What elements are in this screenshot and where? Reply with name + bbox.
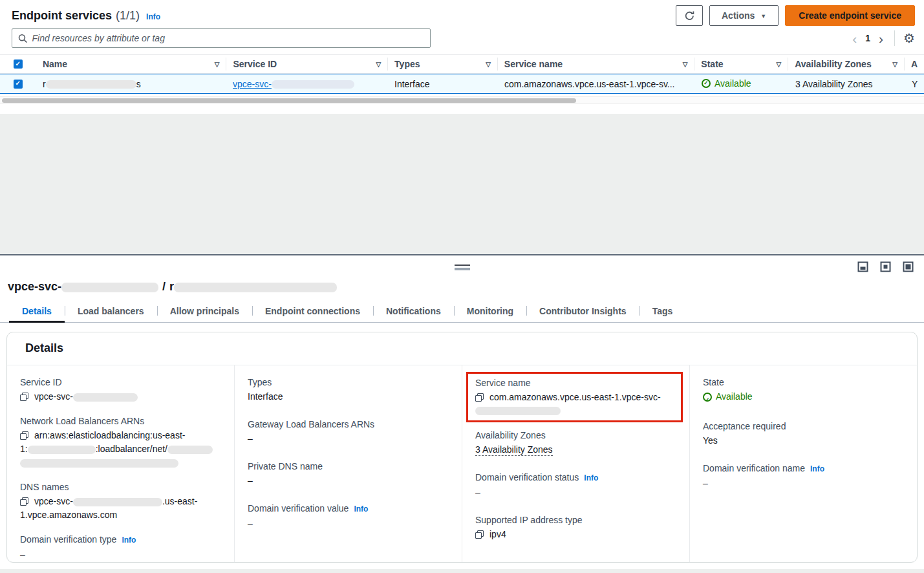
previous-page-icon[interactable]: ‹ [852, 32, 857, 45]
actions-button[interactable]: Actions ▼ [709, 5, 779, 26]
panel-position-side-icon[interactable] [880, 261, 891, 272]
redacted-text [174, 283, 337, 292]
select-all-checkbox[interactable] [14, 59, 23, 69]
resource-count: (1/1) [116, 9, 140, 23]
chevron-down-icon: ▼ [760, 13, 766, 19]
copy-icon[interactable] [20, 431, 28, 440]
column-header-types[interactable]: Types ▽ [387, 58, 497, 70]
column-header-service-id[interactable]: Service ID ▽ [226, 58, 387, 70]
tab-endpoint-connections[interactable]: Endpoint connections [252, 301, 373, 322]
cell-types: Interface [388, 79, 498, 89]
tab-load-balancers[interactable]: Load balancers [65, 301, 157, 322]
tab-monitoring[interactable]: Monitoring [454, 301, 526, 322]
field-supported-ip: Supported IP address type ipv4 [475, 514, 676, 541]
search-row: ‹ 1 › ⚙ [0, 28, 924, 48]
tab-tags[interactable]: Tags [639, 301, 686, 322]
cell-acceptance: Y [905, 79, 924, 89]
horizontal-scrollbar[interactable] [0, 96, 924, 104]
info-link[interactable]: Info [810, 464, 824, 473]
copy-icon[interactable] [20, 393, 28, 401]
split-panel: vpce-svc-/r Details Load balancers Allow… [0, 254, 924, 569]
panel-position-bottom-icon[interactable] [857, 261, 868, 272]
next-page-icon[interactable]: › [879, 32, 883, 45]
success-check-icon [702, 79, 711, 88]
table-header-row: Name ▽ Service ID ▽ Types ▽ Service name… [0, 54, 924, 74]
tab-details[interactable]: Details [9, 301, 65, 322]
field-types: Types Interface [248, 376, 449, 404]
redacted-text [167, 446, 213, 454]
filter-icon[interactable]: ▽ [776, 61, 781, 68]
service-id-link[interactable]: vpce-svc- [233, 79, 354, 89]
field-private-dns-name: Private DNS name – [248, 460, 449, 488]
endpoint-services-table: Name ▽ Service ID ▽ Types ▽ Service name… [0, 54, 924, 104]
redacted-text [73, 393, 138, 402]
column-header-state[interactable]: State ▽ [694, 58, 788, 70]
filter-icon[interactable]: ▽ [892, 61, 897, 68]
filter-icon[interactable]: ▽ [683, 61, 688, 68]
row-checkbox[interactable] [14, 80, 23, 89]
cell-name: rs [36, 79, 226, 89]
column-header-availability-zones[interactable]: Availability Zones ▽ [788, 58, 904, 70]
redacted-text [28, 446, 96, 454]
panel-fullscreen-icon[interactable] [903, 261, 914, 272]
redacted-text [73, 498, 162, 506]
details-column-1: Service ID vpce-svc- Network Load Balanc… [7, 365, 234, 563]
cell-service-id: vpce-svc- [226, 79, 388, 89]
filter-icon[interactable]: ▽ [215, 61, 220, 68]
info-link[interactable]: Info [584, 473, 598, 482]
details-card-title: Details [7, 332, 917, 365]
field-domain-verification-name: Domain verification nameInfo – [703, 462, 904, 490]
details-column-2: Types Interface Gateway Load Balancers A… [234, 365, 462, 563]
page-title: Endpoint services [12, 9, 112, 23]
info-link[interactable]: Info [354, 504, 368, 514]
filter-icon[interactable]: ▽ [376, 61, 381, 68]
search-input[interactable] [32, 33, 424, 43]
redacted-text [20, 459, 178, 468]
create-endpoint-service-button[interactable]: Create endpoint service [785, 5, 915, 26]
field-nlb-arns: Network Load Balancers ARNs arn:aws:elas… [20, 415, 221, 470]
panel-tabs: Details Load balancers Allow principals … [0, 301, 924, 323]
field-domain-verification-status: Domain verification statusInfo – [475, 471, 676, 499]
info-link[interactable]: Info [146, 12, 160, 21]
success-check-icon [703, 393, 712, 402]
copy-icon[interactable] [475, 393, 484, 402]
details-columns: Service ID vpce-svc- Network Load Balanc… [7, 365, 917, 563]
table-row[interactable]: rs vpce-svc- Interface com.amazonaws.vpc… [0, 74, 924, 94]
search-icon [18, 34, 27, 43]
pagination: ‹ 1 › ⚙ [852, 30, 915, 46]
filter-icon[interactable]: ▽ [486, 61, 491, 68]
row-select-cell [0, 80, 36, 89]
availability-zones-link[interactable]: 3 Availability Zones [795, 79, 873, 89]
column-header-name[interactable]: Name ▽ [36, 58, 226, 70]
panel-title: vpce-svc-/r [0, 255, 924, 294]
scrollbar-thumb[interactable] [2, 98, 576, 103]
availability-zones-link[interactable]: 3 Availability Zones [475, 444, 553, 456]
refresh-button[interactable] [676, 5, 703, 26]
actions-label: Actions [722, 10, 755, 21]
gear-icon[interactable]: ⚙ [903, 32, 915, 45]
field-dns-names: DNS names vpce-svc-.us-east- 1.vpce.amaz… [20, 481, 221, 522]
tab-contributor-insights[interactable]: Contributor Insights [526, 301, 639, 322]
redacted-text [272, 80, 354, 89]
split-panel-drag-handle[interactable] [455, 265, 470, 270]
list-header: Endpoint services (1/1) Info Actions ▼ C… [0, 0, 924, 28]
info-link[interactable]: Info [122, 535, 136, 545]
copy-icon[interactable] [20, 497, 28, 506]
search-box[interactable] [12, 28, 431, 48]
field-availability-zones: Availability Zones 3 Availability Zones [475, 429, 676, 457]
current-page[interactable]: 1 [865, 33, 870, 43]
cell-availability-zones: 3 Availability Zones [789, 79, 905, 89]
copy-icon[interactable] [475, 530, 484, 539]
title-group: Endpoint services (1/1) Info [12, 9, 160, 23]
field-state: State Available [703, 376, 904, 405]
column-header-service-name[interactable]: Service name ▽ [497, 58, 694, 70]
field-domain-verification-value: Domain verification valueInfo – [248, 502, 449, 530]
panel-layout-controls [857, 261, 914, 272]
tab-notifications[interactable]: Notifications [373, 301, 454, 322]
column-header-acceptance[interactable]: A [904, 58, 924, 70]
details-column-4: State Available Acceptance required Yes … [689, 365, 917, 563]
tab-allow-principals[interactable]: Allow principals [157, 301, 252, 322]
field-acceptance-required: Acceptance required Yes [703, 420, 904, 448]
select-all-cell [0, 59, 36, 69]
pager-divider [894, 30, 895, 46]
